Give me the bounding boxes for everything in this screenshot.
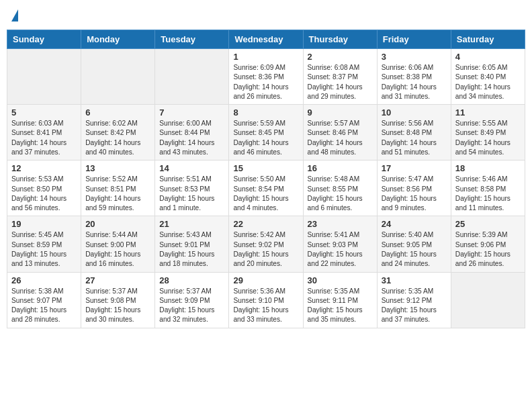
day-number: 30	[308, 275, 373, 285]
calendar-cell: 24Sunrise: 5:40 AMSunset: 9:05 PMDayligh…	[377, 216, 451, 272]
cell-content: Sunrise: 5:41 AMSunset: 9:03 PMDaylight:…	[308, 230, 373, 269]
day-number: 12	[11, 163, 77, 173]
logo	[11, 9, 18, 21]
col-header-saturday: Saturday	[451, 30, 525, 49]
calendar-cell: 5Sunrise: 6:03 AMSunset: 8:41 PMDaylight…	[7, 105, 81, 161]
cell-content: Sunrise: 5:52 AMSunset: 8:51 PMDaylight:…	[85, 175, 150, 213]
day-number: 7	[159, 107, 224, 118]
calendar-cell: 22Sunrise: 5:42 AMSunset: 9:02 PMDayligh…	[229, 216, 303, 272]
day-number: 19	[11, 219, 77, 229]
calendar-cell: 23Sunrise: 5:41 AMSunset: 9:03 PMDayligh…	[303, 216, 377, 272]
cell-content: Sunrise: 5:35 AMSunset: 9:11 PMDaylight:…	[308, 287, 373, 325]
day-number: 29	[233, 275, 298, 285]
cell-content: Sunrise: 5:56 AMSunset: 8:48 PMDaylight:…	[382, 119, 447, 157]
calendar-cell	[81, 49, 155, 105]
day-number: 25	[455, 219, 521, 229]
cell-content: Sunrise: 5:40 AMSunset: 9:05 PMDaylight:…	[382, 230, 447, 269]
calendar-cell	[7, 49, 81, 105]
calendar-cell: 9Sunrise: 5:57 AMSunset: 8:46 PMDaylight…	[303, 105, 377, 161]
calendar-cell: 3Sunrise: 6:06 AMSunset: 8:38 PMDaylight…	[377, 49, 451, 105]
day-number: 6	[85, 107, 150, 118]
cell-content: Sunrise: 5:44 AMSunset: 9:00 PMDaylight:…	[85, 230, 150, 269]
calendar-cell: 8Sunrise: 5:59 AMSunset: 8:45 PMDaylight…	[229, 105, 303, 161]
cell-content: Sunrise: 5:36 AMSunset: 9:10 PMDaylight:…	[233, 287, 298, 325]
cell-content: Sunrise: 6:00 AMSunset: 8:44 PMDaylight:…	[159, 119, 224, 157]
day-number: 21	[159, 219, 224, 229]
calendar-cell: 10Sunrise: 5:56 AMSunset: 8:48 PMDayligh…	[377, 105, 451, 161]
cell-content: Sunrise: 5:46 AMSunset: 8:58 PMDaylight:…	[455, 175, 521, 213]
day-number: 14	[159, 163, 224, 173]
calendar-cell: 28Sunrise: 5:37 AMSunset: 9:09 PMDayligh…	[155, 272, 229, 328]
calendar-cell: 6Sunrise: 6:02 AMSunset: 8:42 PMDaylight…	[81, 105, 155, 161]
day-number: 11	[455, 107, 521, 118]
calendar-table: SundayMondayTuesdayWednesdayThursdayFrid…	[7, 30, 525, 328]
calendar-cell: 30Sunrise: 5:35 AMSunset: 9:11 PMDayligh…	[303, 272, 377, 328]
calendar-cell: 27Sunrise: 5:37 AMSunset: 9:08 PMDayligh…	[81, 272, 155, 328]
day-number: 22	[233, 219, 298, 229]
col-header-friday: Friday	[377, 30, 451, 49]
day-number: 28	[159, 275, 224, 285]
day-number: 1	[233, 52, 298, 62]
day-number: 13	[85, 163, 150, 173]
cell-content: Sunrise: 5:39 AMSunset: 9:06 PMDaylight:…	[455, 230, 521, 269]
col-header-tuesday: Tuesday	[155, 30, 229, 49]
day-number: 17	[382, 163, 447, 173]
day-number: 20	[85, 219, 150, 229]
calendar-cell: 12Sunrise: 5:53 AMSunset: 8:50 PMDayligh…	[7, 161, 81, 216]
calendar-cell: 2Sunrise: 6:08 AMSunset: 8:37 PMDaylight…	[303, 49, 377, 105]
calendar-cell: 25Sunrise: 5:39 AMSunset: 9:06 PMDayligh…	[451, 216, 525, 272]
cell-content: Sunrise: 6:08 AMSunset: 8:37 PMDaylight:…	[308, 63, 373, 101]
calendar-cell: 19Sunrise: 5:45 AMSunset: 8:59 PMDayligh…	[7, 216, 81, 272]
cell-content: Sunrise: 6:03 AMSunset: 8:41 PMDaylight:…	[11, 119, 77, 157]
col-header-sunday: Sunday	[7, 30, 81, 49]
page-header	[7, 7, 525, 24]
cell-content: Sunrise: 5:43 AMSunset: 9:01 PMDaylight:…	[159, 230, 224, 269]
day-number: 3	[382, 52, 447, 62]
day-number: 9	[308, 107, 373, 118]
cell-content: Sunrise: 6:06 AMSunset: 8:38 PMDaylight:…	[382, 63, 447, 101]
cell-content: Sunrise: 5:42 AMSunset: 9:02 PMDaylight:…	[233, 230, 298, 269]
day-number: 16	[308, 163, 373, 173]
cell-content: Sunrise: 5:55 AMSunset: 8:49 PMDaylight:…	[455, 119, 521, 157]
cell-content: Sunrise: 5:59 AMSunset: 8:45 PMDaylight:…	[233, 119, 298, 157]
cell-content: Sunrise: 5:37 AMSunset: 9:08 PMDaylight:…	[85, 287, 150, 325]
cell-content: Sunrise: 5:53 AMSunset: 8:50 PMDaylight:…	[11, 175, 77, 213]
calendar-cell: 4Sunrise: 6:05 AMSunset: 8:40 PMDaylight…	[451, 49, 525, 105]
logo-triangle-icon	[11, 9, 18, 21]
day-number: 23	[308, 219, 373, 229]
calendar-cell: 14Sunrise: 5:51 AMSunset: 8:53 PMDayligh…	[155, 161, 229, 216]
cell-content: Sunrise: 5:51 AMSunset: 8:53 PMDaylight:…	[159, 175, 224, 213]
day-number: 15	[233, 163, 298, 173]
day-number: 4	[455, 52, 521, 62]
day-number: 24	[382, 219, 447, 229]
col-header-wednesday: Wednesday	[229, 30, 303, 49]
calendar-cell: 17Sunrise: 5:47 AMSunset: 8:56 PMDayligh…	[377, 161, 451, 216]
day-number: 2	[308, 52, 373, 62]
calendar-cell	[451, 272, 525, 328]
day-number: 10	[382, 107, 447, 118]
calendar-week-4: 19Sunrise: 5:45 AMSunset: 8:59 PMDayligh…	[7, 216, 525, 272]
calendar-week-2: 5Sunrise: 6:03 AMSunset: 8:41 PMDaylight…	[7, 105, 525, 161]
calendar-cell: 26Sunrise: 5:38 AMSunset: 9:07 PMDayligh…	[7, 272, 81, 328]
calendar-week-1: 1Sunrise: 6:09 AMSunset: 8:36 PMDaylight…	[7, 49, 525, 105]
calendar-cell: 15Sunrise: 5:50 AMSunset: 8:54 PMDayligh…	[229, 161, 303, 216]
day-number: 18	[455, 163, 521, 173]
day-number: 5	[11, 107, 77, 118]
cell-content: Sunrise: 5:35 AMSunset: 9:12 PMDaylight:…	[382, 287, 447, 325]
calendar-cell: 13Sunrise: 5:52 AMSunset: 8:51 PMDayligh…	[81, 161, 155, 216]
cell-content: Sunrise: 5:50 AMSunset: 8:54 PMDaylight:…	[233, 175, 298, 213]
cell-content: Sunrise: 5:57 AMSunset: 8:46 PMDaylight:…	[308, 119, 373, 157]
cell-content: Sunrise: 6:09 AMSunset: 8:36 PMDaylight:…	[233, 63, 298, 101]
calendar-week-5: 26Sunrise: 5:38 AMSunset: 9:07 PMDayligh…	[7, 272, 525, 328]
cell-content: Sunrise: 5:48 AMSunset: 8:55 PMDaylight:…	[308, 175, 373, 213]
calendar-cell	[155, 49, 229, 105]
calendar-cell: 18Sunrise: 5:46 AMSunset: 8:58 PMDayligh…	[451, 161, 525, 216]
cell-content: Sunrise: 5:47 AMSunset: 8:56 PMDaylight:…	[382, 175, 447, 213]
calendar-cell: 16Sunrise: 5:48 AMSunset: 8:55 PMDayligh…	[303, 161, 377, 216]
cell-content: Sunrise: 5:45 AMSunset: 8:59 PMDaylight:…	[11, 230, 77, 269]
cell-content: Sunrise: 5:38 AMSunset: 9:07 PMDaylight:…	[11, 287, 77, 325]
col-header-monday: Monday	[81, 30, 155, 49]
cell-content: Sunrise: 5:37 AMSunset: 9:09 PMDaylight:…	[159, 287, 224, 325]
calendar-cell: 21Sunrise: 5:43 AMSunset: 9:01 PMDayligh…	[155, 216, 229, 272]
calendar-week-3: 12Sunrise: 5:53 AMSunset: 8:50 PMDayligh…	[7, 161, 525, 216]
